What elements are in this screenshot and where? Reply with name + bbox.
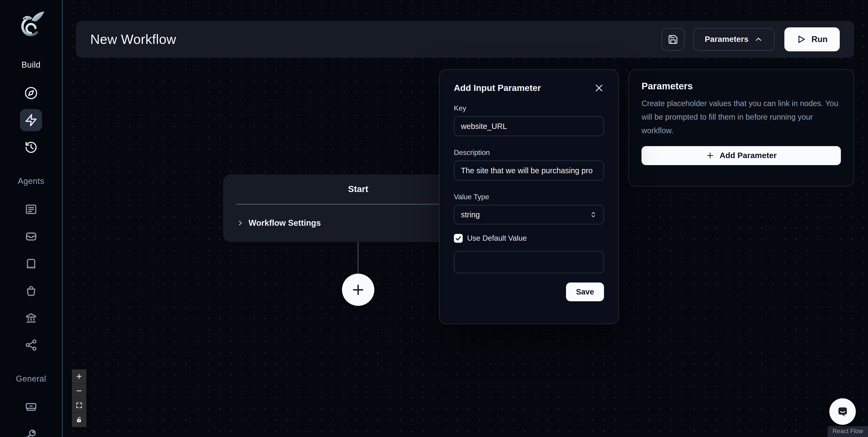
zoom-out-button[interactable]: [72, 384, 86, 398]
inbox-tray-icon: [24, 230, 38, 243]
value-type-field-label: Value Type: [454, 193, 604, 201]
parameters-panel: Parameters Create placeholder values tha…: [628, 69, 854, 186]
edge-connector: [358, 242, 359, 274]
floppy-disk-icon: [668, 34, 678, 45]
parameters-toggle-button[interactable]: Parameters: [693, 28, 774, 51]
sidebar-item-bookmarks[interactable]: [20, 253, 42, 275]
sidebar-item-inbox[interactable]: [20, 226, 42, 248]
lightning-bolt-icon: [24, 114, 38, 127]
sidebar-item-explore[interactable]: [20, 82, 42, 104]
fit-view-icon: [75, 402, 83, 409]
sidebar-item-bank[interactable]: [20, 307, 42, 329]
compass-icon: [24, 86, 38, 100]
sidebar-item-workflows[interactable]: [20, 109, 42, 131]
use-default-label: Use Default Value: [467, 234, 527, 242]
workflow-settings-label: Workflow Settings: [249, 218, 321, 228]
close-icon: [594, 83, 604, 93]
workflow-header: New Workflow Parameters Run: [76, 21, 854, 58]
sidebar: Build Agents: [0, 0, 63, 437]
chevron-right-icon: [237, 219, 244, 227]
run-workflow-button[interactable]: Run: [784, 27, 840, 51]
add-parameter-button[interactable]: Add Parameter: [642, 146, 841, 165]
zoom-in-button[interactable]: [72, 369, 86, 384]
sidebar-item-history[interactable]: [20, 136, 42, 158]
description-field-label: Description: [454, 148, 604, 157]
use-default-value-row[interactable]: Use Default Value: [454, 234, 604, 243]
add-parameter-label: Add Parameter: [719, 151, 777, 160]
history-icon: [24, 141, 38, 154]
bookmark-icon: [24, 257, 38, 270]
add-node-button[interactable]: [342, 274, 374, 306]
save-parameter-button[interactable]: Save: [566, 283, 604, 301]
chat-bubble-icon: [835, 404, 850, 419]
lock-button[interactable]: [72, 413, 86, 427]
chat-launcher-button[interactable]: [829, 398, 856, 425]
sidebar-section-general: General: [16, 374, 46, 384]
value-type-select[interactable]: string: [454, 205, 604, 224]
description-input[interactable]: [454, 161, 604, 180]
sidebar-item-store[interactable]: [20, 280, 42, 302]
react-flow-attribution[interactable]: React Flow: [828, 426, 868, 437]
app-window: Build Agents: [0, 0, 868, 437]
modal-title: Add Input Parameter: [454, 83, 541, 93]
close-modal-button[interactable]: [594, 83, 604, 93]
parameters-panel-description: Create placeholder values that you can l…: [642, 96, 841, 137]
save-workflow-button[interactable]: [662, 28, 684, 51]
use-default-checkbox[interactable]: [454, 234, 463, 243]
default-value-input[interactable]: [454, 251, 604, 273]
key-input[interactable]: [454, 116, 604, 136]
select-chevrons-icon: [590, 211, 597, 218]
form-card-icon: [24, 203, 38, 216]
dragon-logo-icon: [16, 9, 46, 43]
run-button-label: Run: [811, 35, 828, 44]
plus-icon: [75, 373, 83, 380]
sidebar-item-keys[interactable]: [20, 423, 42, 437]
shopping-bag-icon: [24, 284, 38, 297]
play-icon: [797, 35, 806, 44]
sidebar-section-build: Build: [22, 60, 40, 70]
check-icon: [455, 235, 462, 241]
minus-icon: [75, 387, 83, 395]
value-type-selected-option: string: [461, 210, 480, 219]
bank-icon: [24, 311, 38, 325]
sidebar-item-integrations[interactable]: [20, 334, 42, 356]
header-actions: Parameters Run: [662, 27, 840, 51]
key-field-label: Key: [454, 104, 604, 112]
plus-icon: [350, 282, 366, 298]
share-network-icon: [24, 339, 38, 352]
unlock-icon: [75, 416, 83, 424]
sidebar-item-devices[interactable]: [20, 396, 42, 418]
add-input-parameter-modal: Add Input Parameter Key Description Valu…: [439, 69, 619, 324]
sidebar-section-agents: Agents: [18, 176, 44, 186]
parameters-toggle-label: Parameters: [705, 35, 748, 44]
sidebar-item-forms[interactable]: [20, 198, 42, 221]
plus-icon: [706, 151, 715, 160]
canvas-controls: [72, 369, 86, 427]
app-logo[interactable]: [16, 9, 46, 43]
chevron-up-icon: [754, 35, 763, 43]
monitor-icon: [24, 401, 38, 414]
key-icon: [24, 428, 38, 437]
page-title: New Workflow: [90, 32, 176, 47]
parameters-panel-title: Parameters: [642, 81, 841, 92]
fit-view-button[interactable]: [72, 398, 86, 413]
